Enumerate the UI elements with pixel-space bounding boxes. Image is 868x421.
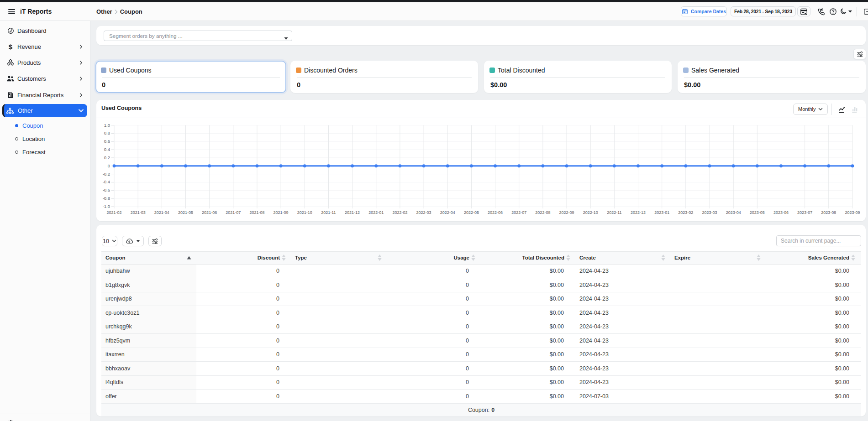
svg-text:-1.0: -1.0: [103, 204, 110, 209]
svg-text:2021-08: 2021-08: [249, 210, 264, 215]
svg-text:2023-05: 2023-05: [750, 210, 765, 215]
svg-text:-0.4: -0.4: [103, 179, 110, 184]
svg-text:2022-11: 2022-11: [607, 210, 621, 215]
svg-text:2022-09: 2022-09: [559, 210, 574, 215]
svg-text:2023-09: 2023-09: [845, 210, 860, 215]
svg-text:0: 0: [108, 163, 110, 168]
svg-text:2022-05: 2022-05: [464, 210, 479, 215]
svg-text:2023-02: 2023-02: [678, 210, 693, 215]
svg-text:2022-08: 2022-08: [535, 210, 550, 215]
svg-text:2022-01: 2022-01: [368, 210, 384, 215]
svg-text:2022-10: 2022-10: [583, 210, 598, 215]
svg-text:2022-03: 2022-03: [416, 210, 431, 215]
svg-text:-0.2: -0.2: [103, 172, 110, 177]
svg-text:2023-04: 2023-04: [726, 210, 741, 215]
svg-text:2021-07: 2021-07: [226, 210, 241, 215]
svg-text:2022-07: 2022-07: [511, 210, 526, 215]
svg-text:2021-04: 2021-04: [154, 210, 169, 215]
svg-text:2023-06: 2023-06: [773, 210, 789, 215]
svg-text:0.4: 0.4: [104, 147, 110, 152]
svg-text:0.6: 0.6: [104, 139, 110, 144]
svg-text:2023-03: 2023-03: [702, 210, 717, 215]
svg-text:1.0: 1.0: [104, 123, 110, 128]
svg-text:-0.6: -0.6: [103, 187, 110, 192]
svg-text:2023-01: 2023-01: [654, 210, 669, 215]
svg-text:2021-09: 2021-09: [274, 210, 289, 215]
svg-text:2021-06: 2021-06: [202, 210, 217, 215]
svg-text:2023-08: 2023-08: [821, 210, 836, 215]
svg-text:2022-04: 2022-04: [440, 210, 455, 215]
svg-text:2023-07: 2023-07: [797, 210, 812, 215]
svg-text:0.2: 0.2: [104, 155, 110, 160]
svg-text:2021-10: 2021-10: [297, 210, 312, 215]
svg-text:2021-03: 2021-03: [131, 210, 146, 215]
svg-text:-0.8: -0.8: [103, 196, 110, 201]
svg-text:2022-06: 2022-06: [488, 210, 503, 215]
svg-text:2021-12: 2021-12: [345, 210, 360, 215]
svg-text:2021-02: 2021-02: [106, 210, 121, 215]
svg-text:2021-05: 2021-05: [178, 210, 193, 215]
svg-text:2022-02: 2022-02: [392, 210, 407, 215]
svg-text:0.8: 0.8: [104, 130, 110, 135]
svg-text:2021-11: 2021-11: [321, 210, 336, 215]
svg-text:2022-12: 2022-12: [631, 210, 646, 215]
